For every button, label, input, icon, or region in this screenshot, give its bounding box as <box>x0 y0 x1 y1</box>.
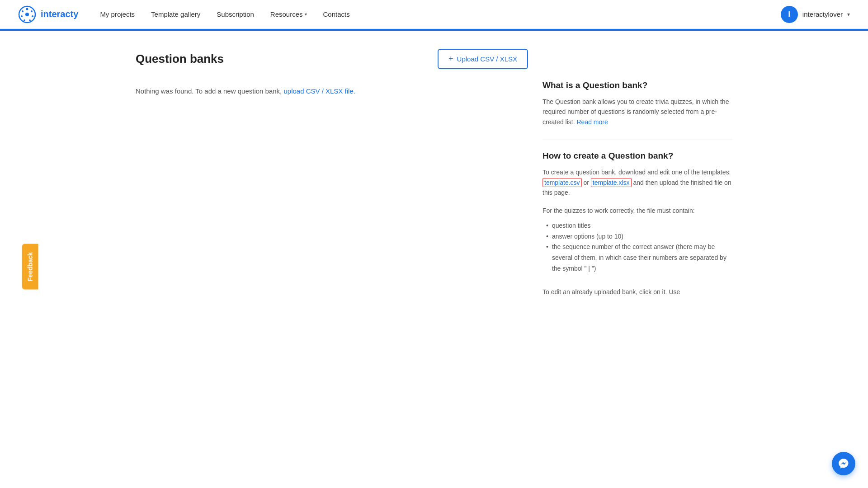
user-area[interactable]: I interactylover ▾ <box>781 6 850 23</box>
right-panel: What is a Question bank? The Question ba… <box>542 49 732 310</box>
svg-point-7 <box>22 10 24 12</box>
left-area: Question banks + Upload CSV / XLSX Nothi… <box>136 49 528 310</box>
svg-point-5 <box>24 19 25 21</box>
list-item: answer options (up to 10) <box>546 231 732 242</box>
requirements-list: question titles answer options (up to 10… <box>546 221 732 274</box>
resources-dropdown-icon: ▾ <box>305 12 307 17</box>
svg-point-2 <box>31 10 33 12</box>
template-csv-link[interactable]: template.csv <box>542 178 582 187</box>
user-chevron-icon: ▾ <box>847 11 850 18</box>
avatar: I <box>781 6 798 23</box>
svg-point-8 <box>25 13 29 16</box>
section-divider <box>542 140 732 140</box>
upload-csv-link[interactable]: upload CSV / XLSX file. <box>283 87 355 95</box>
plus-icon: + <box>448 54 453 64</box>
nav-subscription[interactable]: Subscription <box>217 10 254 18</box>
navbar: interacty My projects Template gallery S… <box>0 0 868 29</box>
logo-icon <box>18 5 36 23</box>
nav-my-projects[interactable]: My projects <box>100 10 135 18</box>
section2-body3: To edit an already uploaded bank, click … <box>542 287 732 297</box>
logo-text: interacty <box>41 9 78 19</box>
page-title: Question banks <box>136 52 224 66</box>
nav-links: My projects Template gallery Subscriptio… <box>100 10 780 18</box>
svg-point-3 <box>32 15 33 17</box>
svg-point-1 <box>26 8 28 10</box>
nav-template-gallery[interactable]: Template gallery <box>151 10 200 18</box>
section1-heading: What is a Question bank? <box>542 80 732 90</box>
template-xlsx-link[interactable]: template.xlsx <box>591 178 632 187</box>
logo-link[interactable]: interacty <box>18 5 78 23</box>
section1-body: The Question bank allows you to create t… <box>542 97 732 127</box>
list-item: the sequence number of the correct answe… <box>546 242 732 274</box>
empty-message: Nothing was found. To add a new question… <box>136 87 528 95</box>
list-item: question titles <box>546 221 732 231</box>
section2-body2: For the quizzes to work correctly, the f… <box>542 206 732 216</box>
page-header: Question banks + Upload CSV / XLSX <box>136 49 528 69</box>
read-more-link[interactable]: Read more <box>576 118 608 126</box>
user-name: interactylover <box>802 10 843 18</box>
page-content: Question banks + Upload CSV / XLSX Nothi… <box>118 31 750 328</box>
upload-button-label: Upload CSV / XLSX <box>457 55 517 63</box>
section2-heading: How to create a Question bank? <box>542 151 732 161</box>
nav-resources[interactable]: Resources ▾ <box>270 10 307 18</box>
svg-point-6 <box>21 15 23 17</box>
what-is-question-bank-section: What is a Question bank? The Question ba… <box>542 80 732 127</box>
upload-csv-xlsx-button[interactable]: + Upload CSV / XLSX <box>438 49 528 69</box>
feedback-tab[interactable]: Feedback <box>22 244 38 290</box>
how-to-create-section: How to create a Question bank? To create… <box>542 151 732 297</box>
section2-body: To create a question bank, download and … <box>542 167 732 197</box>
nav-contacts[interactable]: Contacts <box>323 10 350 18</box>
svg-point-4 <box>29 19 31 21</box>
